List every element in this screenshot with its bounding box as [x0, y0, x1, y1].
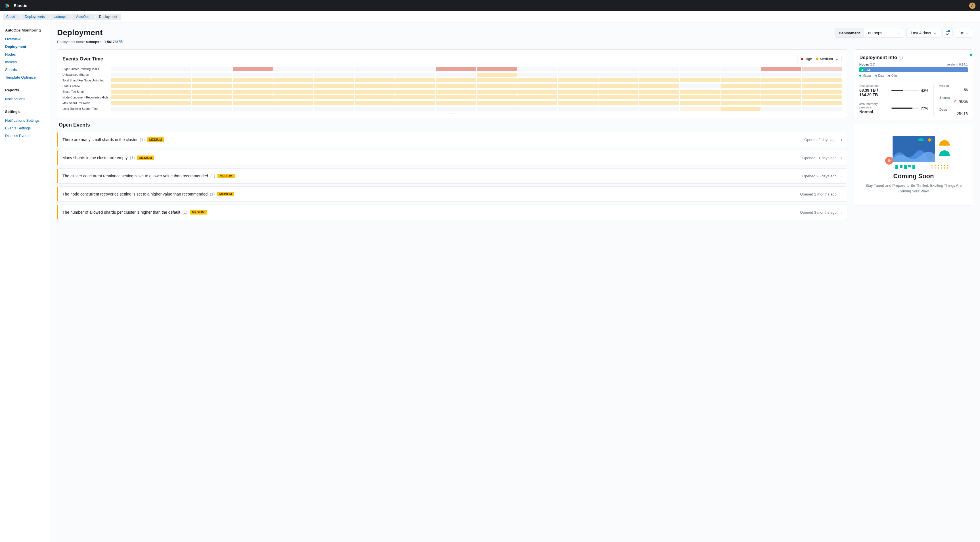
- timeline-cell[interactable]: [395, 90, 435, 94]
- timeline-cell[interactable]: [558, 90, 598, 94]
- timeline-cell[interactable]: [355, 78, 395, 82]
- timeline-cell[interactable]: [477, 107, 517, 111]
- timeline-cell[interactable]: [355, 73, 395, 76]
- copy-icon[interactable]: [119, 40, 123, 44]
- timeline-cell[interactable]: [721, 90, 760, 94]
- timeline-cell[interactable]: [517, 90, 557, 94]
- timeline-cell[interactable]: [151, 84, 191, 88]
- timeline-cell[interactable]: [761, 107, 801, 111]
- timeline-cell[interactable]: [192, 84, 232, 88]
- timeline-cell[interactable]: [274, 107, 313, 111]
- timeline-cell[interactable]: [274, 101, 313, 105]
- timeline-cell[interactable]: [233, 101, 273, 105]
- timeline-cell[interactable]: [679, 73, 720, 76]
- timeline-cell[interactable]: [111, 73, 151, 76]
- timeline-cell[interactable]: [314, 67, 354, 71]
- timeline-cell[interactable]: [192, 78, 232, 82]
- timeline-cell[interactable]: [598, 107, 638, 111]
- timeline-cell[interactable]: [151, 101, 191, 105]
- open-event-item[interactable]: Many shards in the cluster are empty(1)M…: [57, 150, 847, 165]
- deployment-selector-value[interactable]: autoops ⌄: [864, 29, 904, 37]
- refresh-interval-selector[interactable]: 1m ⌄: [955, 28, 973, 38]
- timeline-cell[interactable]: [517, 73, 557, 76]
- timeline-cell[interactable]: [598, 101, 638, 105]
- timeline-cell[interactable]: [679, 78, 720, 82]
- timeline-cell[interactable]: [355, 90, 395, 94]
- timeline-cell[interactable]: [314, 84, 354, 88]
- timeline-cell[interactable]: [679, 95, 720, 99]
- timeline-cell[interactable]: [192, 73, 232, 76]
- sidebar-item-nodes[interactable]: Nodes: [5, 51, 45, 58]
- timeline-cell[interactable]: [314, 73, 354, 76]
- timeline-cell[interactable]: [761, 67, 801, 71]
- timeline-cell[interactable]: [639, 90, 679, 94]
- timeline-cell[interactable]: [436, 67, 476, 71]
- timeline-cell[interactable]: [395, 84, 435, 88]
- open-event-item[interactable]: There are many small shards in the clust…: [57, 132, 847, 147]
- timeline-cell[interactable]: [111, 107, 151, 111]
- timeline-cell[interactable]: [517, 107, 557, 111]
- timeline-cell[interactable]: [679, 107, 720, 111]
- timeline-cell[interactable]: [598, 73, 638, 76]
- timeline-cell[interactable]: [436, 101, 476, 105]
- timeline-cell[interactable]: [802, 84, 842, 88]
- timeline-cell[interactable]: [151, 67, 191, 71]
- timeline-cell[interactable]: [436, 90, 476, 94]
- timeline-cell[interactable]: [598, 67, 638, 71]
- timeline-cell[interactable]: [274, 78, 313, 82]
- timeline-cell[interactable]: [436, 73, 476, 76]
- timeline-cell[interactable]: [233, 73, 273, 76]
- timeline-cell[interactable]: [721, 67, 760, 71]
- timeline-cell[interactable]: [314, 90, 354, 94]
- timeline-cell[interactable]: [517, 67, 557, 71]
- refresh-interval-value[interactable]: 1m ⌄: [955, 29, 973, 37]
- timeline-cell[interactable]: [639, 107, 679, 111]
- crumb-autoops-dep[interactable]: autoops: [49, 14, 70, 20]
- timeline-cell[interactable]: [639, 73, 679, 76]
- timeline-cell[interactable]: [151, 107, 191, 111]
- timeline-cell[interactable]: [721, 101, 760, 105]
- timeline-cell[interactable]: [761, 101, 801, 105]
- timeline-cell[interactable]: [802, 73, 842, 76]
- timeline-cell[interactable]: [233, 95, 273, 99]
- timeline-cell[interactable]: [679, 67, 720, 71]
- timeline-cell[interactable]: [314, 95, 354, 99]
- sidebar-item-template-optimizer[interactable]: Template Optimizer: [5, 73, 45, 81]
- crumb-deployments[interactable]: Deployments: [19, 14, 49, 20]
- timeline-cell[interactable]: [151, 95, 191, 99]
- sidebar-item-indices[interactable]: Indices: [5, 58, 45, 66]
- timeline-cell[interactable]: [111, 90, 151, 94]
- refresh-button[interactable]: [942, 28, 953, 38]
- timeline-cell[interactable]: [395, 73, 435, 76]
- timeline-cell[interactable]: [477, 101, 517, 105]
- timeline-cell[interactable]: [721, 84, 760, 88]
- timeline-cell[interactable]: [802, 90, 842, 94]
- timeline-cell[interactable]: [192, 67, 232, 71]
- timeline-cell[interactable]: [355, 107, 395, 111]
- timeline-cell[interactable]: [111, 95, 151, 99]
- timeline-cell[interactable]: [761, 78, 801, 82]
- timeline-cell[interactable]: [517, 95, 557, 99]
- crumb-deployment[interactable]: Deployment: [94, 14, 121, 20]
- time-range-value[interactable]: Last 4 days ⌄: [907, 29, 940, 37]
- crumb-autoops[interactable]: AutoOps: [71, 14, 94, 20]
- timeline-cell[interactable]: [721, 107, 760, 111]
- timeline-cell[interactable]: [314, 78, 354, 82]
- timeline-cell[interactable]: [802, 67, 842, 71]
- open-event-item[interactable]: The node concurrent recoveries setting i…: [57, 186, 847, 202]
- open-event-item[interactable]: The cluster concurrent rebalance setting…: [57, 168, 847, 184]
- timeline-cell[interactable]: [274, 95, 313, 99]
- resize-handle[interactable]: ::::::::: [62, 112, 842, 114]
- timeline-cell[interactable]: [233, 90, 273, 94]
- timeline-cell[interactable]: [395, 67, 435, 71]
- sidebar-item-overview[interactable]: Overview: [5, 35, 45, 43]
- time-range-selector[interactable]: Last 4 days ⌄: [907, 28, 940, 38]
- timeline-cell[interactable]: [802, 78, 842, 82]
- timeline-cell[interactable]: [761, 84, 801, 88]
- timeline-cell[interactable]: [598, 90, 638, 94]
- timeline-cell[interactable]: [558, 84, 598, 88]
- timeline-cell[interactable]: [151, 90, 191, 94]
- timeline-cell[interactable]: [233, 67, 273, 71]
- timeline-cell[interactable]: [436, 107, 476, 111]
- sidebar-item-deployment[interactable]: Deployment: [5, 43, 45, 51]
